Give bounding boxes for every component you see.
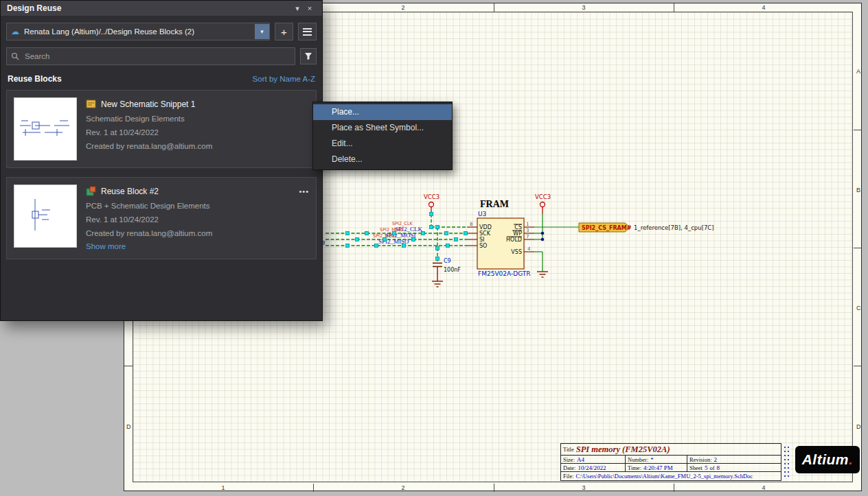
- search-icon: [11, 52, 19, 60]
- reuse-block-1-created-by: Created by renata.lang@altium.com: [86, 142, 309, 150]
- menu-item-place-as-sheet-symbol[interactable]: Place as Sheet Symbol...: [313, 120, 452, 136]
- pin-name-so: SO: [479, 243, 487, 249]
- panel-menu-button[interactable]: ▾: [291, 4, 304, 13]
- u3-part-number: FM25V02A-DGTR: [478, 270, 531, 277]
- pin-name-cs: CS: [514, 224, 522, 231]
- component-u3-fram[interactable]: FRAM U3 VDD SCK SI SO CS WP HOLD VSS: [467, 199, 534, 277]
- pin-name-si: SI: [479, 237, 484, 243]
- search-box[interactable]: [6, 47, 295, 65]
- reuse-block-2-created-by: Created by renata.lang@altium.com: [86, 229, 309, 237]
- pin-name-vss: VSS: [511, 249, 522, 255]
- search-input[interactable]: [23, 51, 290, 61]
- cloud-icon: ☁: [11, 27, 19, 36]
- port-cross-reference: 1_reference[7B], 4_cpu[7C]: [634, 224, 714, 231]
- design-reuse-panel: Design Reuse ▾ × ☁ Renata Lang (Altium)/…: [0, 0, 323, 321]
- junction-dot: [541, 238, 545, 241]
- reuse-block-card-1[interactable]: New Schematic Snippet 1 Schematic Design…: [6, 90, 317, 168]
- reuse-block-1-revision: Rev. 1 at 10/24/2022: [86, 128, 309, 137]
- reuse-block-icon: [86, 186, 96, 196]
- reuse-block-2-more-button[interactable]: •••: [299, 187, 309, 196]
- net-tag-spi2-clk: SPI2_CLK: [392, 221, 413, 226]
- menu-item-place[interactable]: Place...: [313, 104, 452, 120]
- panel-close-button[interactable]: ×: [304, 4, 316, 12]
- reuse-source-value: Renata Lang (Altium)/../Design Reuse Blo…: [24, 27, 194, 36]
- pin-number-4: 4: [527, 246, 531, 252]
- reuse-block-preview: [14, 185, 75, 246]
- hamburger-icon: [303, 28, 312, 36]
- reuse-block-2-revision: Rev. 1 at 10/24/2022: [86, 215, 309, 224]
- vcc3-left-label: VCC3: [424, 193, 439, 200]
- panel-title: Design Reuse: [7, 3, 61, 13]
- junction-dot: [541, 232, 545, 235]
- menu-item-delete[interactable]: Delete...: [313, 152, 452, 167]
- panel-options-button[interactable]: [298, 23, 317, 40]
- show-more-link[interactable]: Show more: [86, 242, 126, 250]
- reuse-block-2-title: Reuse Block #2: [101, 187, 159, 196]
- power-port-vcc3-left[interactable]: VCC3: [424, 193, 439, 214]
- reuse-source-dropdown[interactable]: ☁ Renata Lang (Altium)/../Design Reuse B…: [6, 23, 270, 40]
- context-menu: Place... Place as Sheet Symbol... Edit..…: [312, 102, 453, 170]
- schematic-snippet-icon: [86, 99, 96, 109]
- power-port-vcc3-right[interactable]: VCC3: [535, 193, 551, 214]
- altium-schematic-editor: 1 2 3 4 1 2 3 4 A B C D A B C D Title SP…: [0, 0, 868, 496]
- vcc3-right-label: VCC3: [535, 193, 551, 200]
- pin-number-8: 8: [470, 222, 472, 227]
- pin-name-wp: WP: [513, 231, 522, 237]
- reuse-block-2-thumbnail: [14, 185, 77, 248]
- c9-value: 100nF: [444, 267, 461, 273]
- panel-title-bar[interactable]: Design Reuse ▾ ×: [1, 1, 322, 16]
- ground-symbol-left[interactable]: [432, 267, 443, 287]
- u3-designator: U3: [478, 211, 486, 217]
- menu-item-edit[interactable]: Edit...: [313, 136, 452, 152]
- add-reuse-block-button[interactable]: +: [275, 23, 293, 40]
- pin-number-7: 7: [526, 234, 529, 239]
- dropdown-arrow-icon[interactable]: ▾: [255, 24, 269, 39]
- reuse-block-card-2[interactable]: Reuse Block #2 ••• PCB + Schematic Desig…: [6, 177, 317, 259]
- fram-title: FRAM: [480, 199, 509, 209]
- port-spi2-cs-fram-label: SPI2_CS_FRAM#: [582, 225, 632, 231]
- schematic-snippet-preview: [14, 98, 75, 158]
- reuse-block-1-type: Schematic Design Elements: [86, 115, 309, 123]
- pin-name-vdd: VDD: [479, 224, 492, 231]
- reuse-block-1-thumbnail: [14, 97, 77, 161]
- pin-name-sck: SCK: [479, 231, 491, 237]
- pin-number-3: 3: [526, 228, 529, 233]
- pin-name-hold: HOLD: [506, 237, 522, 243]
- wire-vcc3-to-vdd[interactable]: [431, 214, 467, 263]
- net-tag-spi2-mosi: SPI2_MOSI: [380, 227, 403, 233]
- filter-button[interactable]: [300, 48, 317, 64]
- port-spi2-cs-fram[interactable]: SPI2_CS_FRAM#: [579, 223, 632, 232]
- filter-funnel-icon: [304, 52, 312, 60]
- reuse-block-1-title: New Schematic Snippet 1: [101, 99, 195, 109]
- c9-designator: C9: [444, 258, 451, 264]
- ground-symbol-right[interactable]: [537, 272, 548, 277]
- sort-by-name-link[interactable]: Sort by Name A-Z: [253, 75, 315, 83]
- pin-number-1: 1: [526, 222, 529, 227]
- wire-vss-to-gnd[interactable]: [534, 252, 542, 272]
- reuse-blocks-header: Reuse Blocks: [8, 74, 62, 84]
- reuse-block-2-type: PCB + Schematic Design Elements: [86, 202, 309, 210]
